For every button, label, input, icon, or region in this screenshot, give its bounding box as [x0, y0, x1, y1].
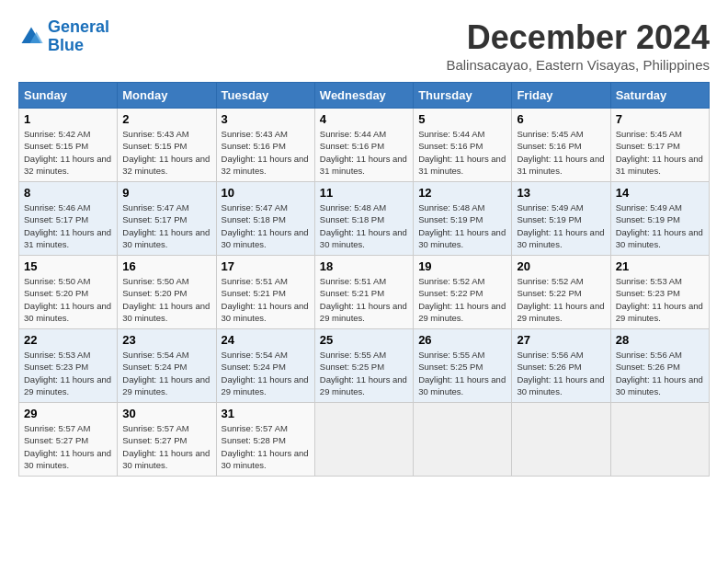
calendar-cell: 27 Sunrise: 5:56 AM Sunset: 5:26 PM Dayl… — [512, 329, 610, 403]
title-block: December 2024 Balinsacayao, Eastern Visa… — [446, 18, 710, 73]
day-info: Sunrise: 5:55 AM Sunset: 5:25 PM Dayligh… — [320, 349, 408, 397]
calendar-cell: 16 Sunrise: 5:50 AM Sunset: 5:20 PM Dayl… — [118, 256, 216, 329]
day-info: Sunrise: 5:51 AM Sunset: 5:21 PM Dayligh… — [222, 275, 310, 324]
calendar-cell: 15 Sunrise: 5:50 AM Sunset: 5:20 PM Dayl… — [19, 256, 118, 329]
day-number: 13 — [517, 186, 605, 200]
day-number: 5 — [418, 112, 506, 126]
calendar-cell: 13 Sunrise: 5:49 AM Sunset: 5:19 PM Dayl… — [512, 182, 610, 256]
day-number: 30 — [122, 407, 210, 420]
calendar-week: 8 Sunrise: 5:46 AM Sunset: 5:17 PM Dayli… — [19, 182, 710, 256]
day-info: Sunrise: 5:44 AM Sunset: 5:16 PM Dayligh… — [418, 128, 506, 177]
day-info: Sunrise: 5:57 AM Sunset: 5:28 PM Dayligh… — [222, 422, 310, 471]
day-info: Sunrise: 5:57 AM Sunset: 5:27 PM Dayligh… — [24, 422, 112, 471]
day-info: Sunrise: 5:52 AM Sunset: 5:22 PM Dayligh… — [517, 275, 605, 324]
month-title: December 2024 — [446, 18, 710, 57]
calendar-cell: 19 Sunrise: 5:52 AM Sunset: 5:22 PM Dayl… — [414, 256, 512, 329]
calendar-week: 22 Sunrise: 5:53 AM Sunset: 5:23 PM Dayl… — [19, 329, 710, 403]
day-info: Sunrise: 5:55 AM Sunset: 5:25 PM Dayligh… — [418, 349, 506, 397]
calendar-header: SundayMondayTuesdayWednesdayThursdayFrid… — [19, 83, 710, 109]
weekday-header: Saturday — [610, 83, 709, 109]
day-number: 2 — [122, 112, 210, 126]
day-info: Sunrise: 5:45 AM Sunset: 5:17 PM Dayligh… — [616, 128, 704, 177]
day-number: 17 — [222, 259, 310, 273]
day-number: 16 — [122, 259, 210, 273]
day-info: Sunrise: 5:56 AM Sunset: 5:26 PM Dayligh… — [616, 349, 704, 397]
logo-icon — [18, 24, 44, 50]
calendar-cell: 6 Sunrise: 5:45 AM Sunset: 5:16 PM Dayli… — [512, 109, 610, 182]
calendar-cell: 22 Sunrise: 5:53 AM Sunset: 5:23 PM Dayl… — [19, 329, 118, 403]
page-header: General Blue December 2024 Balinsacayao,… — [18, 18, 710, 73]
day-number: 12 — [418, 186, 506, 200]
day-info: Sunrise: 5:52 AM Sunset: 5:22 PM Dayligh… — [418, 275, 506, 324]
day-info: Sunrise: 5:47 AM Sunset: 5:17 PM Dayligh… — [122, 201, 210, 250]
weekday-header: Wednesday — [314, 83, 413, 109]
calendar-cell: 11 Sunrise: 5:48 AM Sunset: 5:18 PM Dayl… — [314, 182, 413, 256]
calendar-cell: 24 Sunrise: 5:54 AM Sunset: 5:24 PM Dayl… — [216, 329, 314, 403]
day-number: 18 — [320, 259, 408, 273]
day-number: 3 — [222, 112, 310, 126]
day-number: 11 — [320, 186, 408, 200]
calendar-cell — [610, 403, 709, 477]
day-number: 29 — [24, 407, 112, 420]
day-info: Sunrise: 5:49 AM Sunset: 5:19 PM Dayligh… — [517, 201, 605, 250]
calendar-cell: 23 Sunrise: 5:54 AM Sunset: 5:24 PM Dayl… — [118, 329, 216, 403]
calendar-cell: 4 Sunrise: 5:44 AM Sunset: 5:16 PM Dayli… — [314, 109, 413, 182]
day-info: Sunrise: 5:56 AM Sunset: 5:26 PM Dayligh… — [517, 349, 605, 397]
calendar-cell: 30 Sunrise: 5:57 AM Sunset: 5:27 PM Dayl… — [118, 403, 216, 477]
day-info: Sunrise: 5:54 AM Sunset: 5:24 PM Dayligh… — [222, 349, 310, 397]
day-number: 23 — [122, 333, 210, 347]
calendar-cell: 21 Sunrise: 5:53 AM Sunset: 5:23 PM Dayl… — [610, 256, 709, 329]
calendar-cell: 14 Sunrise: 5:49 AM Sunset: 5:19 PM Dayl… — [610, 182, 709, 256]
calendar-week: 15 Sunrise: 5:50 AM Sunset: 5:20 PM Dayl… — [19, 256, 710, 329]
calendar-cell: 28 Sunrise: 5:56 AM Sunset: 5:26 PM Dayl… — [610, 329, 709, 403]
calendar-week: 1 Sunrise: 5:42 AM Sunset: 5:15 PM Dayli… — [19, 109, 710, 182]
day-info: Sunrise: 5:43 AM Sunset: 5:15 PM Dayligh… — [122, 128, 210, 177]
calendar-cell: 26 Sunrise: 5:55 AM Sunset: 5:25 PM Dayl… — [414, 329, 512, 403]
day-info: Sunrise: 5:51 AM Sunset: 5:21 PM Dayligh… — [320, 275, 408, 324]
day-number: 15 — [24, 259, 112, 273]
calendar-cell: 5 Sunrise: 5:44 AM Sunset: 5:16 PM Dayli… — [414, 109, 512, 182]
calendar-cell: 7 Sunrise: 5:45 AM Sunset: 5:17 PM Dayli… — [610, 109, 709, 182]
day-number: 21 — [616, 259, 704, 273]
calendar-week: 29 Sunrise: 5:57 AM Sunset: 5:27 PM Dayl… — [19, 403, 710, 477]
day-info: Sunrise: 5:48 AM Sunset: 5:18 PM Dayligh… — [320, 201, 408, 250]
calendar-cell: 20 Sunrise: 5:52 AM Sunset: 5:22 PM Dayl… — [512, 256, 610, 329]
day-number: 26 — [418, 333, 506, 347]
calendar-cell: 25 Sunrise: 5:55 AM Sunset: 5:25 PM Dayl… — [314, 329, 413, 403]
day-number: 28 — [616, 333, 704, 347]
day-number: 22 — [24, 333, 112, 347]
day-info: Sunrise: 5:50 AM Sunset: 5:20 PM Dayligh… — [122, 275, 210, 324]
day-info: Sunrise: 5:50 AM Sunset: 5:20 PM Dayligh… — [24, 275, 112, 324]
location-title: Balinsacayao, Eastern Visayas, Philippin… — [446, 57, 710, 73]
day-number: 6 — [517, 112, 605, 126]
day-number: 4 — [320, 112, 408, 126]
weekday-header: Friday — [512, 83, 610, 109]
day-info: Sunrise: 5:45 AM Sunset: 5:16 PM Dayligh… — [517, 128, 605, 177]
day-number: 27 — [517, 333, 605, 347]
calendar-cell: 17 Sunrise: 5:51 AM Sunset: 5:21 PM Dayl… — [216, 256, 314, 329]
calendar-cell: 9 Sunrise: 5:47 AM Sunset: 5:17 PM Dayli… — [118, 182, 216, 256]
day-info: Sunrise: 5:57 AM Sunset: 5:27 PM Dayligh… — [122, 422, 210, 471]
calendar-cell: 29 Sunrise: 5:57 AM Sunset: 5:27 PM Dayl… — [19, 403, 118, 477]
calendar-cell — [414, 403, 512, 477]
day-number: 14 — [616, 186, 704, 200]
day-number: 19 — [418, 259, 506, 273]
calendar-cell: 2 Sunrise: 5:43 AM Sunset: 5:15 PM Dayli… — [118, 109, 216, 182]
day-info: Sunrise: 5:53 AM Sunset: 5:23 PM Dayligh… — [616, 275, 704, 324]
day-number: 31 — [222, 407, 310, 420]
day-info: Sunrise: 5:44 AM Sunset: 5:16 PM Dayligh… — [320, 128, 408, 177]
day-number: 1 — [24, 112, 112, 126]
day-info: Sunrise: 5:42 AM Sunset: 5:15 PM Dayligh… — [24, 128, 112, 177]
weekday-header: Monday — [118, 83, 216, 109]
calendar-cell: 12 Sunrise: 5:48 AM Sunset: 5:19 PM Dayl… — [414, 182, 512, 256]
calendar-cell: 3 Sunrise: 5:43 AM Sunset: 5:16 PM Dayli… — [216, 109, 314, 182]
day-number: 24 — [222, 333, 310, 347]
calendar-cell: 10 Sunrise: 5:47 AM Sunset: 5:18 PM Dayl… — [216, 182, 314, 256]
day-info: Sunrise: 5:47 AM Sunset: 5:18 PM Dayligh… — [222, 201, 310, 250]
calendar-table: SundayMondayTuesdayWednesdayThursdayFrid… — [18, 82, 710, 477]
day-info: Sunrise: 5:46 AM Sunset: 5:17 PM Dayligh… — [24, 201, 112, 250]
calendar-cell: 1 Sunrise: 5:42 AM Sunset: 5:15 PM Dayli… — [19, 109, 118, 182]
calendar-cell: 8 Sunrise: 5:46 AM Sunset: 5:17 PM Dayli… — [19, 182, 118, 256]
day-number: 20 — [517, 259, 605, 273]
weekday-header: Thursday — [414, 83, 512, 109]
